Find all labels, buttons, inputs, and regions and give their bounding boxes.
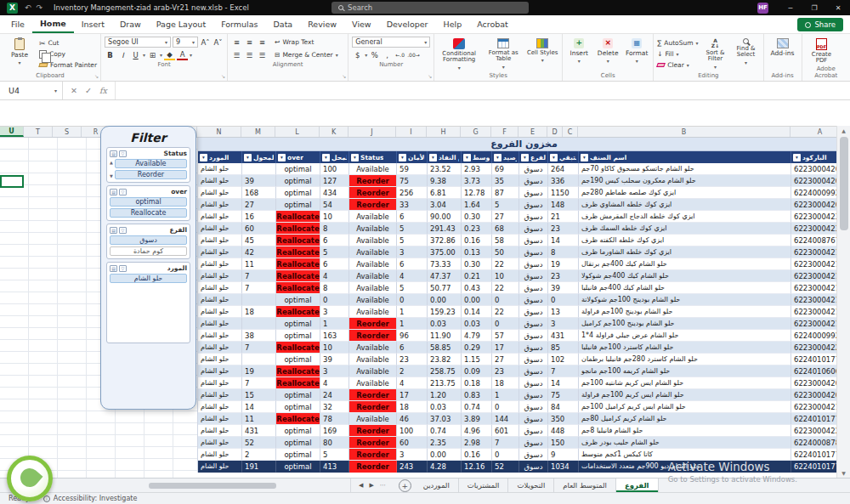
table-cell[interactable] [242,294,276,306]
redo-icon[interactable]: ↷ [37,3,43,12]
table-cell[interactable]: Reorder [349,318,397,330]
column-header-T[interactable]: T [24,127,53,137]
table-cell[interactable]: 0.16 [462,449,492,461]
borders-button[interactable]: ⊞ [147,50,158,60]
ribbon-tab-file[interactable]: File [3,15,32,33]
table-cell[interactable]: optimal [276,461,320,473]
table-cell[interactable]: 84 [548,401,579,413]
table-cell[interactable]: 46 [397,413,428,425]
table-cell[interactable]: Reallocate [276,306,320,318]
table-cell[interactable]: حلو الشام [198,187,242,199]
table-cell[interactable]: ايزي كوك خلطه الشاورما ظرف [579,246,791,258]
table-cell[interactable]: optimal [276,401,320,413]
filter-dropdown-icon[interactable]: ▾ [429,154,437,161]
table-cell[interactable]: 3 [397,449,428,461]
table-cell[interactable]: 87 [492,187,519,199]
cut-button[interactable]: ✂Cut [39,38,97,48]
table-cell[interactable]: 39 [320,354,349,365]
filter-dropdown-icon[interactable]: ▾ [521,154,529,161]
table-cell[interactable]: 22 [492,258,519,270]
table-cell[interactable]: حلو الشام فانيليا 8جم [579,425,791,437]
table-cell[interactable]: 14 [548,377,579,389]
table-cell[interactable]: 3 [320,306,349,318]
table-cell[interactable]: 448 [548,425,579,437]
sheet-tab-التحويلات[interactable]: التحويلات [508,479,554,492]
filter-dropdown-icon[interactable]: ▾ [550,154,558,161]
scroll-down-icon[interactable]: ▼ [842,470,846,476]
fill-color-button[interactable]: ◆ [164,50,175,60]
table-cell[interactable]: دسوق [519,306,548,318]
table-cell[interactable] [242,163,276,175]
table-cell[interactable]: حلو الشام كيك 400جم فانيليا [579,282,791,294]
sort-filter-button[interactable]: AZ↓ Sort & Filter▾ [702,37,729,70]
filter-dropdown-icon[interactable]: ▾ [494,154,502,161]
font-color-button[interactable]: A [177,50,188,60]
table-cell[interactable]: 14 [242,401,276,413]
column-header-J[interactable]: J [348,127,396,137]
table-cell[interactable]: 5 [492,199,519,211]
table-cell[interactable]: 0.03 [428,318,462,330]
table-cell[interactable]: Reorder [349,187,397,199]
table-cell[interactable]: دسوق [519,318,548,330]
table-cell[interactable]: 7 [242,342,276,354]
table-cell[interactable]: ايزي كوك خلطه المشاوي ظرف [579,199,791,211]
table-cell[interactable]: 6.81 [428,187,462,199]
table-cell[interactable]: 27 [492,211,519,223]
table-cell[interactable]: 39 [548,282,579,294]
table-cell[interactable]: 58 [492,235,519,246]
table-cell[interactable]: 52 [492,461,519,473]
table-cell[interactable]: 7 [242,377,276,389]
table-cell[interactable]: Reallocate [276,377,320,389]
table-cell[interactable]: Available [349,258,397,270]
table-cell[interactable]: Reallocate [276,258,320,270]
table-cell[interactable]: 24 [320,389,349,401]
table-cell[interactable]: 163 [320,330,349,342]
table-cell[interactable]: 38 [242,330,276,342]
table-cell[interactable]: 23 [492,365,519,377]
slicer-item-حلو الشام[interactable]: حلو الشام [110,274,187,283]
insert-cells-button[interactable]: +Insert▾ [566,37,592,64]
table-cell[interactable]: حلو الشام كاسترد 100جم فانيليا [579,342,791,354]
table-cell[interactable]: دسوق [519,401,548,413]
table-header-11[interactable]: ▾اسم الصنف [579,151,791,163]
table-cell[interactable]: 11.90 [428,330,462,342]
accessibility-status[interactable]: i Accessibility: Investigate [43,495,138,502]
table-cell[interactable]: حلو الشام [198,389,242,401]
table-cell[interactable]: 169 [320,425,349,437]
table-cell[interactable]: حلو الشام ايس كريم 100جم فراولة [579,389,791,401]
table-header-2[interactable]: ▾over [276,151,320,163]
table-cell[interactable]: 37.03 [428,413,462,425]
table-cell[interactable]: 2 [397,365,428,377]
table-cell[interactable]: 50.77 [428,282,462,294]
increase-decimal-button[interactable]: ←.0 [394,50,405,60]
sheet-tab-الموردين[interactable]: الموردين [415,479,459,492]
table-cell[interactable]: 4 [320,270,349,282]
table-cell[interactable]: 258.75 [428,365,462,377]
table-cell[interactable]: Available [349,246,397,258]
font-size-select[interactable]: 9▾ [173,37,198,48]
table-cell[interactable]: 1034 [548,461,579,473]
create-pdf-button[interactable]: PDFCreate PDF [806,37,838,65]
table-cell[interactable]: optimal [276,318,320,330]
slicer-item-optimal[interactable]: optimal [110,197,187,207]
table-header-3[interactable]: ▾مخزون المحل [320,151,349,163]
table-cell[interactable]: 7 [242,270,276,282]
ribbon-tab-review[interactable]: Review [300,15,344,33]
table-cell[interactable]: 60 [242,223,276,235]
column-header-H[interactable]: H [427,127,461,137]
table-cell[interactable]: حلو الشام حليب بودر ظرف [579,437,791,449]
table-cell[interactable]: 7 [242,282,276,294]
fill-button[interactable]: ↓Fill▾ [657,49,698,59]
font-dialog-launcher[interactable]: ↘ [221,73,225,79]
table-cell[interactable]: optimal [276,175,320,187]
table-cell[interactable]: Reallocate [276,223,320,235]
table-cell[interactable]: 12.78 [462,187,492,199]
table-cell[interactable]: 3.73 [462,175,492,187]
table-header-6[interactable]: ▾أيام النفاذ [428,151,462,163]
table-cell[interactable]: 6 [320,235,349,246]
avatar[interactable]: HF [757,3,768,14]
table-cell[interactable]: 23 [548,270,579,282]
table-cell[interactable]: 100 [320,163,349,175]
multi-select-icon[interactable]: ▤ [110,150,117,157]
table-cell[interactable]: حلو الشام [198,282,242,294]
